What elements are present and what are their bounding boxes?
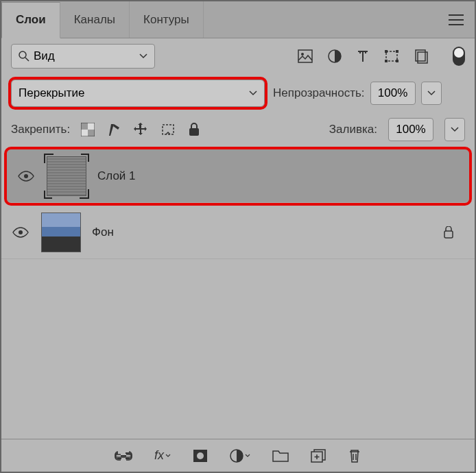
layers-list: Слой 1 Фон [1, 147, 475, 439]
blend-mode-select[interactable]: Перекрытие [11, 80, 265, 107]
visibility-toggle[interactable] [11, 227, 30, 238]
lock-label: Закрепить: [11, 123, 70, 136]
svg-rect-18 [189, 128, 199, 136]
layer-effects-button[interactable]: fx [154, 448, 171, 463]
layer-thumbnail[interactable] [47, 156, 86, 196]
lock-position-icon[interactable] [133, 122, 148, 137]
layer-filter-select[interactable]: Вид [11, 44, 155, 69]
fill-dropdown-button[interactable] [444, 118, 465, 141]
new-adjustment-button[interactable] [230, 449, 250, 463]
chevron-down-icon [451, 127, 459, 132]
layers-panel: Слои Каналы Контуры Вид Перекрытие Непро… [0, 0, 476, 473]
layer-lock-indicator[interactable] [443, 226, 454, 239]
lock-icons-group [81, 122, 200, 137]
add-mask-button[interactable] [193, 449, 208, 463]
svg-point-3 [301, 53, 304, 56]
opacity-dropdown-button[interactable] [421, 82, 442, 105]
svg-rect-2 [298, 50, 312, 62]
fill-label: Заливка: [329, 123, 377, 136]
filter-shape-icon[interactable] [384, 49, 399, 63]
svg-rect-14 [88, 123, 95, 130]
blend-row: Перекрытие Непрозрачность: 100% [1, 74, 475, 112]
svg-rect-15 [81, 130, 88, 136]
new-layer-button[interactable] [311, 449, 326, 463]
lock-image-icon[interactable] [107, 122, 121, 137]
filter-label: Вид [34, 49, 55, 63]
lock-icon [443, 226, 454, 239]
filter-toggle[interactable] [453, 47, 465, 66]
svg-point-19 [24, 174, 28, 178]
tab-channels[interactable]: Каналы [60, 1, 130, 38]
svg-rect-21 [444, 231, 453, 238]
filter-pixel-icon[interactable] [298, 49, 313, 63]
chevron-down-icon [249, 90, 257, 96]
search-icon [19, 51, 29, 62]
svg-point-23 [197, 452, 204, 459]
opacity-input[interactable]: 100% [370, 82, 416, 105]
opacity-label: Непрозрачность: [273, 86, 365, 100]
bottom-toolbar: fx [1, 439, 475, 472]
adjustment-icon [230, 449, 243, 463]
filter-smartobject-icon[interactable] [414, 49, 428, 64]
panel-menu-button[interactable] [449, 14, 464, 25]
svg-rect-8 [385, 60, 388, 62]
chevron-down-icon [245, 454, 250, 458]
svg-rect-6 [385, 50, 388, 53]
svg-line-1 [25, 58, 29, 61]
filter-adjustment-icon[interactable] [328, 49, 342, 63]
tab-paths[interactable]: Контуры [130, 1, 204, 38]
blend-mode-value: Перекрытие [19, 86, 84, 100]
delete-layer-button[interactable] [348, 448, 361, 463]
tab-layers[interactable]: Слои [1, 2, 60, 38]
lock-transparent-icon[interactable] [81, 123, 95, 136]
lock-row: Закрепить: Заливка: 100% [1, 112, 475, 147]
svg-rect-9 [396, 60, 398, 62]
lock-artboard-icon[interactable] [160, 123, 176, 136]
svg-rect-5 [386, 51, 397, 61]
lock-all-icon[interactable] [188, 123, 200, 136]
fill-input[interactable]: 100% [388, 118, 433, 141]
filter-icons [298, 47, 465, 66]
link-layers-button[interactable] [115, 451, 132, 461]
chevron-down-icon [139, 53, 147, 59]
svg-rect-7 [396, 50, 398, 53]
layer-name[interactable]: Фон [92, 226, 432, 239]
chevron-down-icon [165, 454, 171, 458]
layer-row[interactable]: Фон [1, 206, 475, 259]
filter-type-icon[interactable] [357, 49, 369, 63]
svg-point-0 [19, 51, 26, 58]
svg-point-20 [19, 230, 23, 234]
eye-icon [18, 171, 34, 182]
eye-icon [12, 227, 29, 238]
layer-thumbnail[interactable] [41, 213, 81, 252]
layer-row[interactable]: Слой 1 [7, 149, 469, 203]
layer-name[interactable]: Слой 1 [97, 169, 460, 183]
new-group-button[interactable] [272, 449, 289, 463]
panel-tabs: Слои Каналы Контуры [1, 1, 475, 38]
svg-rect-13 [88, 130, 95, 136]
svg-rect-12 [81, 123, 88, 130]
search-row: Вид [1, 38, 475, 74]
chevron-down-icon [427, 90, 436, 96]
visibility-toggle[interactable] [16, 171, 36, 182]
